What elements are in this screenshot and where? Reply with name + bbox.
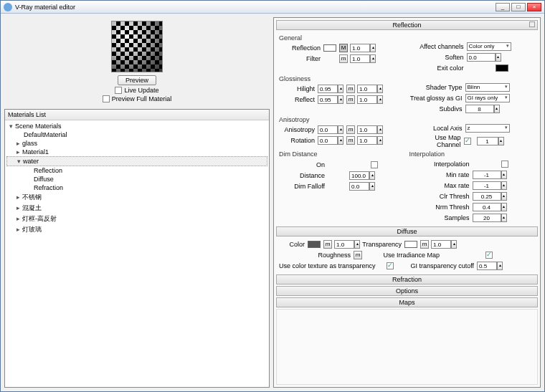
spinner[interactable]: ▴ [338,85,343,93]
soften-input[interactable] [467,53,496,62]
tree-item[interactable]: ▸glass [6,139,267,148]
spinner[interactable]: ▴ [377,95,383,104]
spinner[interactable]: ▴ [498,137,504,145]
spinner[interactable]: ▴ [496,53,501,62]
use-map-channel-checkbox[interactable] [464,138,471,145]
samples-input[interactable] [473,214,501,222]
color-map-button[interactable]: m [323,240,332,249]
color-mult[interactable] [334,240,354,249]
section-maps-header[interactable]: Maps [276,297,538,307]
spinner[interactable]: ▴ [494,105,500,113]
preview-full-checkbox[interactable] [103,95,110,102]
clr-thresh-input[interactable] [473,192,501,201]
anisotropy-map-button[interactable]: m [346,125,355,134]
spinner[interactable]: ▴ [369,171,375,180]
diffuse-color-swatch[interactable] [308,241,321,248]
tree-item[interactable]: ▸混凝土 [6,203,267,214]
shader-type-select[interactable]: Blinn [465,83,510,92]
materials-list-panel: Materials List ▾Scene Materials DefaultM… [4,109,270,388]
spinner[interactable]: ▴ [377,136,383,145]
gi-cutoff-input[interactable] [477,262,497,270]
spinner[interactable]: ▴ [501,214,507,222]
spinner[interactable]: ▴ [377,125,383,134]
interpolation-checkbox[interactable] [501,161,508,168]
spinner[interactable]: ▴ [338,136,343,145]
reflect-mult[interactable] [357,95,377,104]
transparency-map-button[interactable]: m [420,240,429,249]
roughness-map-button[interactable]: m [354,251,362,259]
tree-item-water[interactable]: ▾water [6,156,267,166]
local-axis-label: Local Axis [409,125,465,132]
spinner[interactable]: ▴ [501,181,507,190]
tree-scene-materials[interactable]: ▾Scene Materials [6,122,267,130]
section-options-header[interactable]: Options [276,286,538,296]
spinner[interactable]: ▴ [370,54,376,63]
hilight-map-button[interactable]: m [346,85,355,93]
dim-on-checkbox[interactable] [371,161,378,168]
rotation-map-button[interactable]: m [346,136,355,145]
tree-item[interactable]: ▸灯框-高反射 [6,214,267,224]
filter-mult[interactable] [350,54,370,63]
tree-item[interactable]: Reflection [6,166,267,175]
tree-item[interactable]: DefaultMaterial [6,130,267,139]
section-refraction-header[interactable]: Refraction [276,274,538,285]
filter-map-button[interactable]: m [339,54,348,63]
reflection-label: Reflection [279,44,323,52]
tree-item[interactable]: Diffuse [6,175,267,183]
tree-item[interactable]: ▸Material1 [6,148,267,156]
rotation-input[interactable] [318,136,338,145]
use-irradiance-checkbox[interactable] [485,252,493,259]
spinner[interactable]: ▴ [377,85,383,93]
treat-glossy-select[interactable]: GI rays only [465,94,510,102]
titlebar: V-Ray material editor _ □ × [1,1,544,14]
spinner[interactable]: ▴ [370,44,376,52]
spinner[interactable]: ▴ [354,240,360,249]
reflect-map-button[interactable]: m [346,95,355,104]
exit-color-swatch[interactable] [496,64,508,72]
spinner[interactable]: ▴ [338,125,343,134]
section-reflection-header[interactable]: Reflection [276,20,538,30]
spinner[interactable]: ▴ [501,171,507,179]
max-rate-input[interactable] [473,181,501,190]
tree-item[interactable]: ▸灯玻璃 [6,224,267,235]
hilight-input[interactable] [318,85,338,93]
use-color-texture-checkbox[interactable] [387,262,394,269]
rotation-mult[interactable] [357,136,377,145]
tree-item[interactable]: Refraction [6,183,267,192]
spinner[interactable]: ▴ [369,182,375,191]
spinner[interactable]: ▴ [451,240,457,249]
map-channel-input[interactable] [477,137,498,145]
hilight-mult[interactable] [357,85,377,93]
reflection-mult[interactable] [350,44,370,52]
minimize-button[interactable]: _ [496,3,510,11]
anisotropy-input[interactable] [318,125,338,134]
transparency-swatch[interactable] [404,241,417,248]
interpolation-label: Interpolation [409,161,473,168]
transparency-mult[interactable] [431,240,451,249]
affect-channels-select[interactable]: Color only [467,42,511,51]
spinner[interactable]: ▴ [501,203,507,211]
reflection-color[interactable] [323,44,336,52]
live-update-checkbox[interactable] [115,87,122,94]
materials-tree[interactable]: ▾Scene Materials DefaultMaterial ▸glass … [5,120,269,387]
nrm-thresh-input[interactable] [473,203,501,211]
spinner[interactable]: ▴ [338,95,343,104]
reflect-label: Reflect [279,96,318,103]
dim-falloff-input[interactable] [349,182,369,191]
spinner[interactable]: ▴ [501,192,507,201]
distance-input[interactable] [349,171,369,180]
close-button[interactable]: × [527,3,541,11]
preview-button[interactable]: Preview [118,75,156,85]
min-rate-input[interactable] [473,171,501,179]
maximize-button[interactable]: □ [511,3,526,11]
reflect-input[interactable] [318,95,338,104]
local-axis-select[interactable]: z [465,124,510,133]
spinner[interactable]: ▴ [497,262,503,270]
subdivs-input[interactable] [465,105,494,113]
section-diffuse-header[interactable]: Diffuse [276,226,538,236]
reflection-map-button[interactable]: M [339,44,348,52]
group-general: General [279,34,405,42]
tree-item[interactable]: ▸不锈钢 [6,192,267,203]
anisotropy-mult[interactable] [357,125,377,134]
materials-list-header: Materials List [5,110,269,120]
